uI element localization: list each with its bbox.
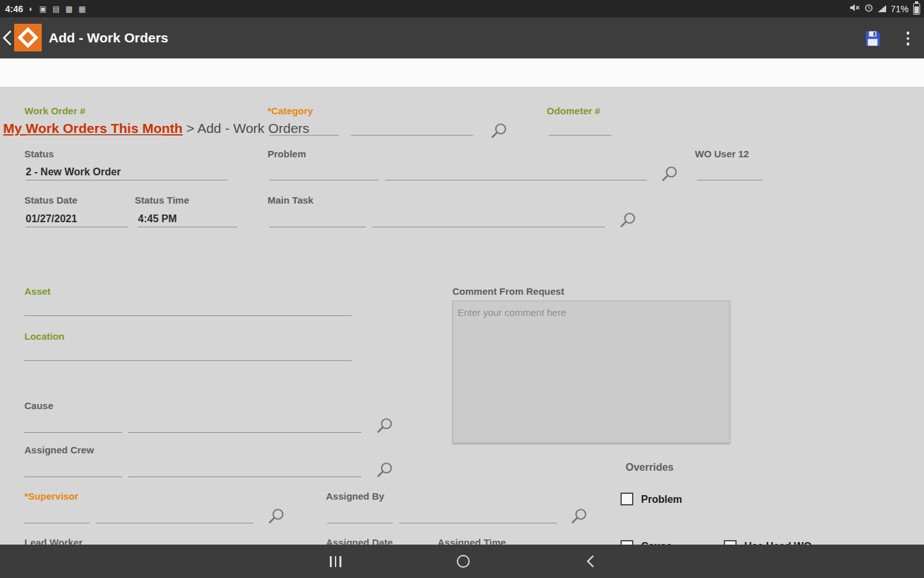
sd-card-icon: ▤	[53, 5, 60, 13]
screenshot-icon: ▣	[39, 5, 46, 13]
battery-percent-text: 71%	[891, 4, 909, 14]
sync-icon: ◐	[29, 5, 33, 13]
assigned-crew-desc-input[interactable]	[128, 460, 361, 477]
volume-mute-icon	[850, 3, 860, 14]
status-input[interactable]	[26, 164, 228, 180]
assigned-crew-label: Assigned Crew	[24, 444, 94, 455]
assigned-by-label: Assigned By	[326, 491, 384, 502]
problem-label: Problem	[268, 148, 306, 159]
android-navigation-bar	[0, 545, 924, 578]
assigned-by-desc-input[interactable]	[399, 507, 557, 523]
home-button[interactable]	[444, 545, 483, 578]
status-bar: 4:46 ◐ ▣ ▤ ▩ ▦ 71	[0, 0, 924, 17]
usb-icon: ▩	[65, 5, 73, 13]
assigned-by-search-icon[interactable]	[569, 507, 588, 527]
nav-back-button[interactable]	[571, 545, 610, 578]
cause-desc-input[interactable]	[128, 416, 361, 433]
category-desc-input[interactable]	[351, 119, 473, 136]
app-bar: Add - Work Orders	[0, 17, 924, 58]
assigned-by-code-input[interactable]	[327, 507, 393, 523]
main-task-desc-input[interactable]	[372, 211, 605, 227]
alarm-icon	[864, 3, 873, 14]
status-date-label: Status Date	[24, 195, 78, 206]
status-time-input[interactable]	[138, 211, 237, 227]
page-title: Add - Work Orders	[49, 30, 168, 46]
supervisor-desc-input[interactable]	[96, 507, 253, 523]
overrides-label: Overrides	[626, 462, 674, 473]
work-order-input[interactable]	[26, 119, 162, 136]
back-icon[interactable]	[0, 28, 15, 48]
cause-search-icon[interactable]	[375, 417, 394, 436]
supervisor-code-input[interactable]	[24, 507, 90, 523]
nav-back-icon	[585, 554, 596, 569]
location-label: Location	[24, 331, 65, 342]
status-time-label: Status Time	[135, 195, 189, 206]
cause-code-input[interactable]	[24, 416, 122, 433]
main-task-search-icon[interactable]	[618, 211, 637, 231]
asset-input[interactable]	[24, 299, 352, 316]
problem-desc-input[interactable]	[385, 164, 647, 180]
recent-apps-button[interactable]	[316, 545, 355, 578]
category-search-icon[interactable]	[489, 122, 508, 141]
wo-user-input[interactable]	[697, 164, 762, 180]
status-date-input[interactable]	[26, 211, 128, 227]
comment-from-request-label: Comment From Request	[452, 286, 564, 297]
mobile-signal-icon	[878, 5, 886, 12]
work-order-label: Work Order #	[24, 105, 85, 116]
supervisor-label: *Supervisor	[24, 491, 78, 502]
supervisor-search-icon[interactable]	[266, 507, 286, 527]
problem-override-label: Problem	[641, 494, 682, 505]
main-task-label: Main Task	[268, 195, 313, 206]
breadcrumb-strip: My Work Orders This Month > Add - Work O…	[0, 58, 924, 87]
assigned-crew-search-icon[interactable]	[375, 461, 394, 480]
message-icon: ▦	[78, 5, 85, 13]
status-label: Status	[24, 148, 54, 159]
assigned-crew-code-input[interactable]	[24, 460, 122, 477]
save-button[interactable]	[863, 29, 882, 48]
category-label: *Category	[268, 105, 313, 116]
comment-box	[452, 301, 730, 443]
work-order-app-screen: 4:46 ◐ ▣ ▤ ▩ ▦ 71	[0, 0, 924, 578]
category-code-input[interactable]	[270, 119, 339, 136]
logo-diamond-icon	[17, 27, 38, 48]
home-icon	[457, 555, 470, 568]
odometer-label: Odometer #	[547, 105, 600, 116]
problem-search-icon[interactable]	[660, 165, 679, 184]
app-logo	[14, 24, 42, 51]
clock-text: 4:46	[5, 4, 23, 14]
comment-textarea[interactable]	[452, 301, 730, 443]
asset-label: Asset	[24, 286, 51, 297]
location-input[interactable]	[24, 344, 352, 361]
problem-code-input[interactable]	[270, 164, 379, 180]
overflow-menu-icon[interactable]	[901, 28, 915, 49]
main-task-code-input[interactable]	[270, 211, 366, 227]
breadcrumb-separator: >	[186, 121, 194, 136]
cause-label: Cause	[24, 400, 53, 411]
battery-icon	[913, 3, 920, 15]
problem-override-checkbox[interactable]	[620, 493, 633, 505]
odometer-input[interactable]	[549, 119, 612, 136]
recent-apps-icon	[330, 556, 341, 567]
wo-user-label: WO User 12	[695, 148, 749, 159]
